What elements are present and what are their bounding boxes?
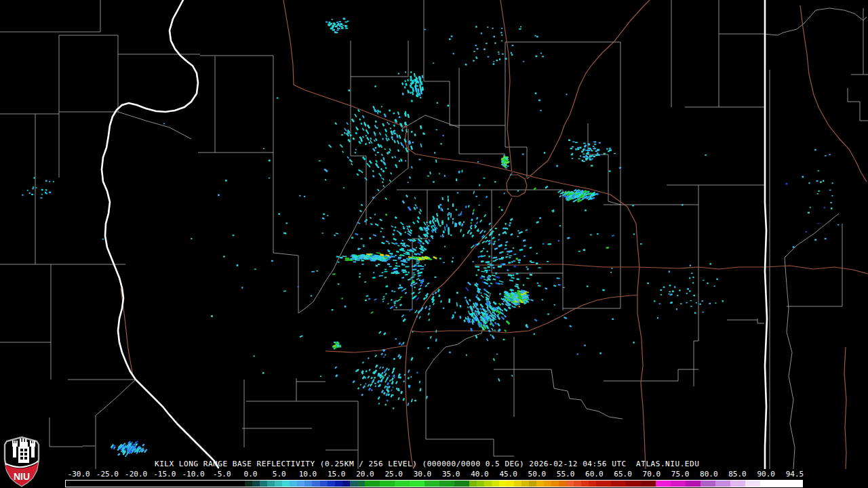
colorbar-segment xyxy=(641,481,656,487)
colorbar-label: 80.0 xyxy=(694,470,723,479)
colorbar-segment xyxy=(521,481,529,487)
colorbar-segment xyxy=(275,481,282,487)
colorbar-label: 85.0 xyxy=(723,470,751,479)
colorbar-segment xyxy=(410,481,425,487)
colorbar-label: 10.0 xyxy=(294,470,322,479)
colorbar-segment xyxy=(380,481,395,487)
colorbar-label: 40.0 xyxy=(465,470,494,479)
colorbar-segment xyxy=(365,481,380,487)
colorbar-label: -15.0 xyxy=(151,470,179,479)
colorbar-segment xyxy=(454,481,469,487)
colorbar-segment xyxy=(320,481,328,487)
colorbar-label: 55.0 xyxy=(551,470,580,479)
colorbar-segment xyxy=(304,481,312,487)
colorbar-segment xyxy=(357,481,365,487)
colorbar-segment xyxy=(514,481,521,487)
colorbar-segment xyxy=(507,481,514,487)
colorbar-label: 15.0 xyxy=(322,470,351,479)
colorbar-segment xyxy=(730,481,745,487)
colorbar-segment xyxy=(425,481,439,487)
colorbar-segment xyxy=(282,481,290,487)
map-background xyxy=(0,0,868,469)
colorbar-segment xyxy=(245,481,252,487)
colorbar-segment xyxy=(671,481,686,487)
colorbar-label: 45.0 xyxy=(494,470,523,479)
colorbar-segment xyxy=(760,481,802,487)
niu-logo-text: NIU xyxy=(14,471,30,482)
reflectivity-colorbar xyxy=(65,480,803,487)
colorbar-segment xyxy=(328,481,335,487)
colorbar-label: 5.0 xyxy=(265,470,294,479)
colorbar-segment xyxy=(566,481,574,487)
colorbar-segment xyxy=(656,481,671,487)
colorbar-segment xyxy=(290,481,297,487)
colorbar-segment xyxy=(611,481,626,487)
colorbar-label: 94.5 xyxy=(781,470,809,479)
colorbar-segment xyxy=(701,481,715,487)
colorbar-labels: -30.0-25.0-20.0-15.0-10.0-5.00.05.010.01… xyxy=(64,470,809,479)
colorbar-segment xyxy=(536,481,544,487)
colorbar-label: 70.0 xyxy=(637,470,666,479)
radar-map xyxy=(0,0,868,469)
colorbar-label: 0.0 xyxy=(236,470,264,479)
colorbar-segment xyxy=(297,481,304,487)
colorbar-label: 30.0 xyxy=(408,470,437,479)
colorbar-label: 75.0 xyxy=(666,470,694,479)
colorbar-label: -5.0 xyxy=(208,470,236,479)
colorbar-label: -20.0 xyxy=(121,470,150,479)
colorbar-segment xyxy=(260,481,267,487)
colorbar-segment xyxy=(477,481,484,487)
colorbar-segment xyxy=(342,481,350,487)
colorbar-segment xyxy=(335,481,342,487)
colorbar-segment xyxy=(499,481,507,487)
colorbar-label: -30.0 xyxy=(64,470,93,479)
colorbar-segment xyxy=(66,481,245,487)
colorbar-label: -25.0 xyxy=(93,470,121,479)
product-title: KILX LONG RANGE BASE REFLECTIVITY (0.25K… xyxy=(155,460,699,468)
colorbar-segment xyxy=(559,481,566,487)
colorbar-segment xyxy=(715,481,730,487)
colorbar-segment xyxy=(626,481,641,487)
colorbar-segment xyxy=(686,481,701,487)
colorbar-segment xyxy=(492,481,499,487)
colorbar-segment xyxy=(350,481,357,487)
colorbar-segment xyxy=(589,481,596,487)
colorbar-segment xyxy=(745,481,760,487)
colorbar-label: 35.0 xyxy=(437,470,465,479)
colorbar-segment xyxy=(469,481,477,487)
colorbar-label: 60.0 xyxy=(580,470,608,479)
colorbar-segment xyxy=(484,481,492,487)
colorbar-segment xyxy=(252,481,260,487)
radar-display: NIU KILX LONG RANGE BASE REFLECTIVITY (0… xyxy=(0,0,868,488)
colorbar-label: 25.0 xyxy=(380,470,408,479)
colorbar-segment xyxy=(544,481,551,487)
colorbar-segment xyxy=(312,481,319,487)
colorbar-label: -10.0 xyxy=(179,470,208,479)
colorbar-segment xyxy=(529,481,536,487)
colorbar-label: 20.0 xyxy=(351,470,379,479)
colorbar-segment xyxy=(439,481,454,487)
colorbar-segment xyxy=(267,481,275,487)
colorbar-segment xyxy=(395,481,410,487)
colorbar-label: 50.0 xyxy=(523,470,551,479)
colorbar-label: 90.0 xyxy=(752,470,781,479)
colorbar-segment xyxy=(581,481,589,487)
colorbar-segment xyxy=(596,481,611,487)
colorbar-segment xyxy=(551,481,559,487)
colorbar-segment xyxy=(574,481,581,487)
niu-logo: NIU xyxy=(2,436,41,487)
colorbar-label: 65.0 xyxy=(608,470,637,479)
